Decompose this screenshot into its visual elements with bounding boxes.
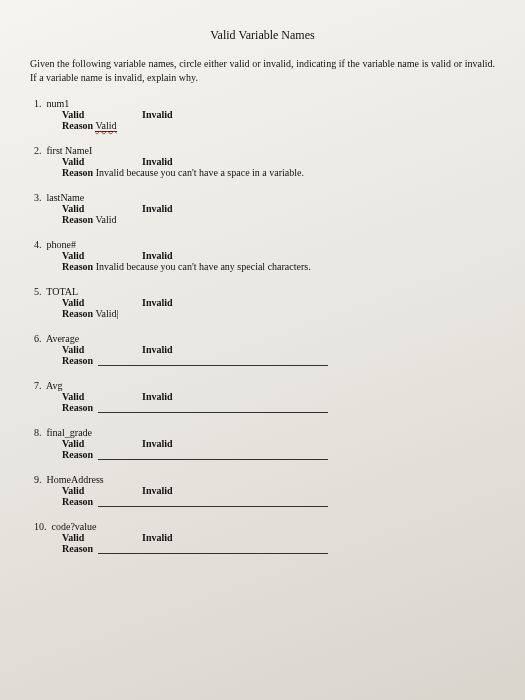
question-line: 4. phone#	[34, 239, 495, 250]
valid-invalid-line: ValidInvalid	[34, 297, 495, 308]
question-number: 9.	[34, 474, 47, 485]
reason-text: Valid	[95, 214, 116, 225]
question-number: 3.	[34, 192, 47, 203]
valid-invalid-line: ValidInvalid	[34, 250, 495, 261]
invalid-option: Invalid	[142, 297, 173, 308]
question-number: 8.	[34, 427, 47, 438]
reason-line: Reason Valid	[34, 214, 495, 225]
variable-name: final_grade	[47, 427, 93, 438]
variable-name: code?value	[52, 521, 97, 532]
question-item: 8. final_gradeValidInvalidReason	[34, 427, 495, 460]
reason-label: Reason	[62, 543, 93, 554]
reason-line: Reason	[34, 543, 495, 554]
question-item: 10. code?valueValidInvalidReason	[34, 521, 495, 554]
valid-invalid-line: ValidInvalid	[34, 391, 495, 402]
reason-label: Reason	[62, 496, 93, 507]
valid-option: Valid	[62, 250, 142, 261]
question-number: 10.	[34, 521, 52, 532]
valid-option: Valid	[62, 297, 142, 308]
reason-text: Invalid because you can't have a space i…	[96, 167, 304, 178]
variable-name: num1	[47, 98, 70, 109]
valid-invalid-line: ValidInvalid	[34, 203, 495, 214]
valid-option: Valid	[62, 109, 142, 120]
question-line: 9. HomeAddress	[34, 474, 495, 485]
question-line: 7. Avg	[34, 380, 495, 391]
valid-option: Valid	[62, 438, 142, 449]
reason-line: Reason	[34, 449, 495, 460]
valid-option: Valid	[62, 203, 142, 214]
variable-name: TOTAL	[46, 286, 78, 297]
valid-option: Valid	[62, 344, 142, 355]
question-list: 1. num1ValidInvalidReason Valid2. first …	[30, 98, 495, 554]
valid-option: Valid	[62, 485, 142, 496]
valid-invalid-line: ValidInvalid	[34, 156, 495, 167]
question-number: 1.	[34, 98, 47, 109]
reason-label: Reason	[62, 308, 93, 319]
variable-name: phone#	[47, 239, 76, 250]
page-title: Valid Variable Names	[30, 28, 495, 43]
valid-invalid-line: ValidInvalid	[34, 438, 495, 449]
invalid-option: Invalid	[142, 485, 173, 496]
invalid-option: Invalid	[142, 438, 173, 449]
reason-line: Reason Invalid because you can't have a …	[34, 167, 495, 178]
variable-name: Average	[46, 333, 79, 344]
reason-label: Reason	[62, 167, 93, 178]
question-number: 2.	[34, 145, 47, 156]
invalid-option: Invalid	[142, 156, 173, 167]
reason-line: Reason Valid	[34, 120, 495, 131]
question-item: 2. first NameIValidInvalidReason Invalid…	[34, 145, 495, 178]
variable-name: HomeAddress	[47, 474, 104, 485]
reason-text: Valid	[95, 120, 116, 132]
reason-label: Reason	[62, 402, 93, 413]
question-item: 9. HomeAddressValidInvalidReason	[34, 474, 495, 507]
variable-name: Avg	[46, 380, 62, 391]
invalid-option: Invalid	[142, 250, 173, 261]
variable-name: first Name	[47, 145, 90, 156]
valid-option: Valid	[62, 532, 142, 543]
reason-text: Invalid because you can't have any speci…	[96, 261, 311, 272]
reason-label: Reason	[62, 120, 93, 131]
reason-label: Reason	[62, 355, 93, 366]
question-line: 2. first NameI	[34, 145, 495, 156]
question-line: 6. Average	[34, 333, 495, 344]
question-item: 3. lastNameValidInvalidReason Valid	[34, 192, 495, 225]
reason-label: Reason	[62, 261, 93, 272]
reason-blank	[98, 365, 328, 366]
reason-blank	[98, 553, 328, 554]
reason-label: Reason	[62, 449, 93, 460]
reason-blank	[98, 506, 328, 507]
valid-invalid-line: ValidInvalid	[34, 109, 495, 120]
reason-text: Valid	[95, 308, 116, 319]
question-item: 1. num1ValidInvalidReason Valid	[34, 98, 495, 131]
reason-line: Reason	[34, 402, 495, 413]
valid-invalid-line: ValidInvalid	[34, 344, 495, 355]
valid-invalid-line: ValidInvalid	[34, 532, 495, 543]
reason-blank	[98, 459, 328, 460]
question-number: 4.	[34, 239, 47, 250]
question-line: 8. final_grade	[34, 427, 495, 438]
text-cursor-icon: |	[117, 308, 119, 319]
invalid-option: Invalid	[142, 391, 173, 402]
valid-option: Valid	[62, 156, 142, 167]
question-item: 7. AvgValidInvalidReason	[34, 380, 495, 413]
invalid-option: Invalid	[142, 532, 173, 543]
question-line: 3. lastName	[34, 192, 495, 203]
question-line: 5. TOTAL	[34, 286, 495, 297]
variable-name: lastName	[47, 192, 85, 203]
question-item: 4. phone#ValidInvalidReason Invalid beca…	[34, 239, 495, 272]
reason-line: Reason	[34, 355, 495, 366]
reason-line: Reason Valid|	[34, 308, 495, 319]
question-item: 6. AverageValidInvalidReason	[34, 333, 495, 366]
question-line: 10. code?value	[34, 521, 495, 532]
reason-line: Reason Invalid because you can't have an…	[34, 261, 495, 272]
question-number: 6.	[34, 333, 46, 344]
worksheet-page: Valid Variable Names Given the following…	[0, 0, 525, 700]
text-cursor-icon: I	[89, 145, 92, 156]
reason-label: Reason	[62, 214, 93, 225]
question-number: 7.	[34, 380, 46, 391]
invalid-option: Invalid	[142, 203, 173, 214]
reason-line: Reason	[34, 496, 495, 507]
question-item: 5. TOTALValidInvalidReason Valid|	[34, 286, 495, 319]
valid-invalid-line: ValidInvalid	[34, 485, 495, 496]
question-line: 1. num1	[34, 98, 495, 109]
